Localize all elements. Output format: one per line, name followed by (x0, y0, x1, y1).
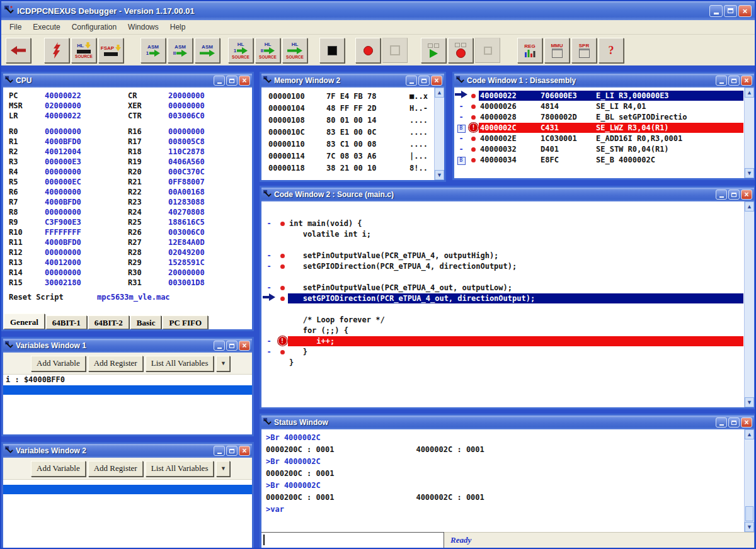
status-titlebar[interactable]: Status Window (261, 416, 754, 429)
register-value[interactable]: 1528591C (168, 258, 252, 268)
breakpoint-dot-icon[interactable] (468, 113, 479, 122)
scroll-down-button[interactable] (745, 168, 754, 178)
register-value[interactable]: 4000BFD0 (45, 197, 128, 207)
maximize-button[interactable] (226, 76, 238, 86)
tab-basic[interactable]: Basic (130, 315, 162, 329)
breakpoint-dot-icon[interactable] (468, 145, 479, 154)
register-value[interactable]: 00000000 (45, 167, 128, 177)
breakpoint-dot-icon[interactable] (277, 294, 288, 303)
variables-dropdown-button[interactable] (216, 356, 230, 371)
register-value[interactable]: 188616C5 (168, 217, 252, 227)
list-all-variables-button[interactable]: List All Variables (146, 461, 214, 477)
scrollbar[interactable] (744, 88, 754, 178)
scroll-down-button[interactable] (435, 170, 444, 180)
maximize-button[interactable] (226, 446, 238, 456)
register-value[interactable]: 000000EC (45, 177, 128, 187)
registers-window-button[interactable]: REG (517, 38, 542, 63)
register-value[interactable]: 12E84A0D (168, 237, 252, 247)
help-button[interactable]: ? (598, 38, 624, 63)
close-button[interactable] (239, 76, 250, 86)
source-line[interactable] (261, 271, 754, 282)
asm-step-into-button[interactable]: ASM1 (140, 38, 166, 63)
register-value[interactable]: 20000000 (168, 268, 252, 278)
breakpoint-dot-icon[interactable] (277, 251, 288, 260)
source-line[interactable] (261, 239, 754, 250)
maximize-button[interactable] (728, 190, 740, 200)
register-value[interactable]: 00A00168 (168, 187, 252, 197)
add-variable-button[interactable]: Add Variable (31, 461, 86, 477)
tab-pc-fifo[interactable]: PC FIFO (163, 315, 208, 329)
register-value[interactable]: 40012004 (45, 147, 128, 157)
breakpoint-dot-icon[interactable] (277, 262, 288, 271)
add-register-button[interactable]: Add Register (88, 461, 143, 477)
source-line[interactable]: -! i++; (261, 336, 754, 346)
asm-run-button[interactable]: ASM (195, 38, 220, 63)
scroll-track[interactable] (745, 212, 754, 397)
memory-row[interactable]: 0000011838 21 00 108!.. (268, 162, 433, 174)
source-titlebar[interactable]: Code Window 2 : Source (main.c) (261, 188, 754, 201)
scrollbar[interactable] (744, 429, 754, 532)
breakpoint-hit-icon[interactable]: ! (468, 123, 479, 132)
download-fsap-button[interactable]: FSAP (98, 38, 123, 63)
window-disassembly[interactable]: Code Window 1 : Disassembly 400000227060… (452, 72, 755, 180)
memory-row[interactable]: 000001147C 08 03 A6|... (268, 150, 433, 162)
register-value[interactable]: 40270808 (168, 207, 252, 217)
menu-execute[interactable]: Execute (27, 21, 66, 33)
main-titlebar[interactable]: ICDPPCNEXUS Debugger - Version 1.17.00.0… (1, 1, 755, 20)
tab-64bit-1[interactable]: 64BIT-1 (46, 315, 87, 329)
source-line[interactable]: volatile int i; (261, 229, 754, 239)
menu-windows[interactable]: Windows (122, 21, 164, 33)
scrollbar[interactable] (744, 201, 754, 407)
hl-run-button[interactable]: HLSOURCE (282, 38, 307, 63)
register-value[interactable]: 003006C0 (168, 227, 252, 237)
command-input[interactable] (261, 532, 444, 548)
variables1-titlebar[interactable]: Variables Window 1 (3, 339, 252, 353)
register-value[interactable]: 40000022 (45, 111, 128, 121)
variables2-titlebar[interactable]: Variables Window 2 (3, 444, 252, 458)
register-value[interactable]: 00000000 (45, 268, 128, 278)
register-value[interactable]: 40000000 (45, 187, 128, 197)
minimize-button[interactable] (716, 76, 727, 86)
minimize-button[interactable] (716, 190, 727, 200)
disassembly-row[interactable]: 40000022706000E3E_LI R3,000000E3 (454, 90, 754, 101)
stop-button[interactable] (319, 38, 345, 63)
memory-row[interactable]: 0000010448 FF FF 2DH..- (268, 103, 433, 115)
disassembly-titlebar[interactable]: Code Window 1 : Disassembly (454, 74, 754, 88)
register-value[interactable]: 4000BFD0 (45, 237, 128, 247)
disassembly-row[interactable]: -40000032D401SE_STW R0,04(R1) (454, 144, 754, 154)
breakpoint-dot-icon[interactable] (468, 91, 479, 100)
download-hl-source-button[interactable]: HLSOURCE (71, 38, 96, 63)
source-line[interactable] (261, 303, 754, 314)
close-button[interactable] (741, 417, 752, 427)
breakpoint-hit-icon[interactable]: ! (277, 336, 288, 346)
scroll-track[interactable] (745, 98, 754, 168)
source-line[interactable]: for (;;) { (261, 325, 754, 336)
breakpoint-dot-icon[interactable] (468, 102, 479, 111)
breakpoint-dot-icon[interactable] (277, 219, 288, 228)
hl-step-into-button[interactable]: HL1SOURCE (228, 38, 253, 63)
selection-bar[interactable] (3, 485, 252, 494)
source-line[interactable]: - } (261, 346, 754, 357)
window-cpu[interactable]: CPU PC40000022CR20000000MSR02000000XER00… (1, 72, 254, 331)
window-memory[interactable]: Memory Window 2 000001007F E4 FB 78■..x0… (260, 72, 446, 182)
window-variables-1[interactable]: Variables Window 1 Add VariableAdd Regis… (1, 337, 254, 436)
maximize-button[interactable] (728, 417, 740, 427)
register-value[interactable]: 000C370C (168, 167, 252, 177)
register-value[interactable]: 003006C0 (168, 111, 252, 121)
register-value[interactable]: 000000E3 (45, 157, 128, 167)
minimize-button[interactable] (406, 76, 417, 86)
hl-step-over-button[interactable]: HLIISOURCE (255, 38, 280, 63)
source-line[interactable]: } (261, 357, 754, 368)
source-line[interactable]: /* Loop forever */ (261, 314, 754, 325)
tab-general[interactable]: General (4, 314, 45, 329)
variables-dropdown-button[interactable] (216, 461, 230, 477)
scroll-track[interactable] (435, 98, 444, 170)
source-line[interactable]: - setPinOutputValue(PCR_eTPUA_4, outputH… (261, 250, 754, 261)
scroll-down-button[interactable] (745, 522, 754, 532)
register-value[interactable]: 00000000 (45, 207, 128, 217)
clear-cursor-button[interactable] (475, 38, 500, 63)
scroll-up-button[interactable] (745, 88, 754, 98)
list-all-variables-button[interactable]: List All Variables (146, 356, 214, 371)
source-line[interactable]: - setGPIODirection(PCR_eTPUA_4, directio… (261, 261, 754, 271)
close-button[interactable] (741, 76, 752, 86)
